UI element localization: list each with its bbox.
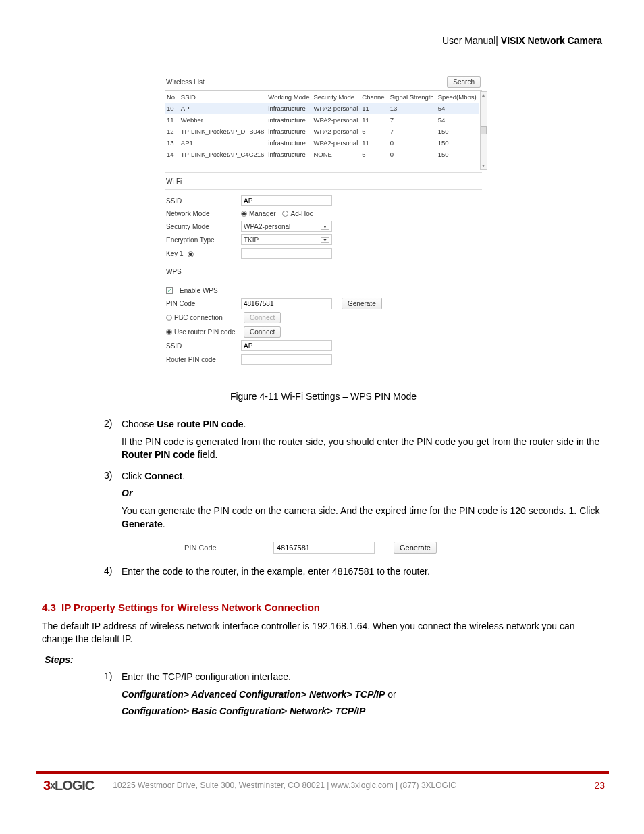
step-text: Enter the TCP/IP configuration interface…	[122, 671, 605, 684]
cell: AP	[179, 103, 267, 114]
section-title: IP Property Settings for Wireless Networ…	[61, 602, 320, 613]
table-row[interactable]: 12 TP-LINK_PocketAP_DFB048 infrastructur…	[165, 126, 479, 137]
enable-wps-label: Enable WPS	[180, 287, 218, 294]
table-scrollbar[interactable]: ▴ ▾	[480, 91, 487, 170]
nav-path: Configuration> Basic Configuration> Netw…	[122, 705, 605, 719]
cell: NONE	[311, 149, 360, 160]
cell: 0	[388, 149, 436, 160]
chevron-down-icon: ▼	[321, 237, 329, 243]
table-row[interactable]: 14 TP-LINK_PocketAP_C4C216 infrastructur…	[165, 149, 479, 160]
network-mode-manager-radio[interactable]: Manager	[241, 210, 275, 217]
search-button[interactable]: Search	[447, 76, 481, 88]
scroll-down-icon[interactable]: ▾	[482, 163, 485, 169]
cell: infrastructure	[266, 126, 311, 137]
table-row[interactable]: 11 Webber infrastructure WPA2-personal 1…	[165, 114, 479, 126]
network-mode-adhoc-radio[interactable]: Ad-Hoc	[282, 210, 313, 217]
connect-router-pin-button[interactable]: Connect	[244, 326, 281, 338]
header-right: VISIX Network Camera	[501, 35, 602, 46]
cell: TP-LINK_PocketAP_C4C216	[179, 149, 267, 160]
security-mode-label: Security Mode	[166, 223, 237, 230]
cell: 11	[360, 137, 387, 149]
cell: 150	[436, 149, 479, 160]
generate-button[interactable]: Generate	[394, 542, 437, 554]
pin-code-label: PIN Code	[166, 300, 237, 307]
caption-prefix: Figure 4-11	[230, 391, 281, 402]
radio-label: Use router PIN code	[174, 328, 236, 336]
connect-pbc-button[interactable]: Connect	[244, 312, 281, 323]
col-speed: Speed(Mbps)	[436, 91, 479, 103]
step-number: 4)	[104, 565, 122, 583]
encryption-type-label: Encryption Type	[166, 236, 237, 244]
radio-label: PBC connection	[174, 314, 223, 321]
router-pin-code-input[interactable]	[241, 354, 332, 365]
cell: WPA2-personal	[311, 114, 360, 126]
wireless-list-table: No. SSID Working Mode Security Mode Chan…	[165, 91, 479, 160]
section-heading: 4.3 IP Property Settings for Wireless Ne…	[42, 602, 605, 613]
cell: 6	[360, 126, 387, 137]
security-mode-select[interactable]: WPA2-personal▼	[241, 221, 332, 232]
step-text: Click Connect.	[122, 470, 605, 484]
step-text: Enter the code to the router, in the exa…	[122, 565, 605, 579]
col-security-mode: Security Mode	[311, 91, 360, 103]
steps-label: Steps:	[45, 654, 605, 665]
col-no: No.	[165, 91, 179, 103]
cell: AP1	[179, 137, 267, 149]
table-row[interactable]: 10 AP infrastructure WPA2-personal 11 13…	[165, 103, 479, 114]
pin-code-input[interactable]	[273, 542, 375, 554]
step-text: If the PIN code is generated from the ro…	[122, 436, 605, 462]
network-mode-label: Network Mode	[166, 210, 237, 217]
cell: 13	[388, 103, 436, 114]
cell: 12	[165, 126, 179, 137]
wps-section: WPS ✓ Enable WPS PIN Code Generate PBC c…	[165, 263, 482, 366]
ssid-input[interactable]	[241, 195, 332, 206]
cell: 54	[436, 103, 479, 114]
encryption-type-select[interactable]: TKIP▼	[241, 234, 332, 245]
page-number: 23	[594, 780, 605, 791]
body-paragraph: The default IP address of wireless netwo…	[42, 620, 605, 646]
radio-label: Manager	[249, 210, 275, 217]
pin-code-snippet: PIN Code Generate	[182, 542, 465, 554]
cell: WPA2-personal	[311, 103, 360, 114]
router-pin-code-label: Router PIN code	[166, 356, 237, 363]
footer-address: 10225 Westmoor Drive, Suite 300, Westmin…	[113, 781, 456, 790]
pin-code-label: PIN Code	[184, 544, 254, 552]
caption-text: Wi-Fi Settings – WPS PIN Mode	[281, 391, 417, 402]
cell: 10	[165, 103, 179, 114]
footer-rule	[36, 771, 609, 774]
generate-button[interactable]: Generate	[342, 298, 382, 309]
table-row[interactable]: 13 AP1 infrastructure WPA2-personal 11 0…	[165, 137, 479, 149]
divider	[182, 558, 465, 558]
pbc-connection-radio[interactable]: PBC connection	[166, 314, 237, 321]
col-channel: Channel	[360, 91, 387, 103]
chevron-down-icon: ▼	[321, 224, 329, 230]
cell: infrastructure	[266, 114, 311, 126]
wireless-list-title: Wireless List	[166, 78, 205, 86]
cell: 13	[165, 137, 179, 149]
step-text: Choose Use route PIN code.	[122, 418, 605, 432]
col-signal-strength: Signal Strength	[388, 91, 436, 103]
pin-code-input[interactable]	[241, 298, 332, 309]
cell: 11	[360, 103, 387, 114]
wps-ssid-input[interactable]	[241, 340, 332, 351]
cell: 14	[165, 149, 179, 160]
scroll-thumb[interactable]	[481, 126, 487, 134]
step-number: 1)	[104, 671, 122, 723]
scroll-up-icon[interactable]: ▴	[482, 92, 485, 98]
cell: 6	[360, 149, 387, 160]
wifi-section: Wi-Fi SSID Network Mode Manager Ad-Hoc S…	[165, 172, 482, 260]
cell: 11	[165, 114, 179, 126]
ssid-label: SSID	[166, 197, 237, 205]
cell: WPA2-personal	[311, 137, 360, 149]
key1-input[interactable]	[241, 248, 332, 259]
cell: TP-LINK_PocketAP_DFB048	[179, 126, 267, 137]
cell: WPA2-personal	[311, 126, 360, 137]
enable-wps-checkbox[interactable]: ✓	[166, 287, 173, 294]
wps-section-title: WPS	[165, 266, 482, 280]
step-number: 2)	[104, 418, 122, 466]
cell: 150	[436, 137, 479, 149]
col-ssid: SSID	[179, 91, 267, 103]
cell: 7	[388, 114, 436, 126]
radio-label: Ad-Hoc	[290, 210, 313, 217]
use-router-pin-radio[interactable]: Use router PIN code	[166, 328, 237, 336]
key1-radio[interactable]	[188, 251, 194, 257]
